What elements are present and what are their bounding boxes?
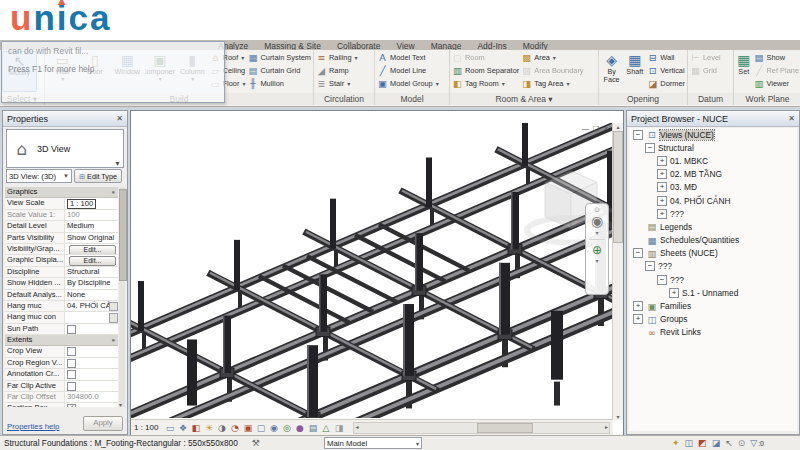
scroll-up-icon[interactable]: ▴: [616, 123, 619, 130]
expander-icon[interactable]: −: [645, 261, 655, 271]
model-text-button[interactable]: AModel Text: [377, 51, 439, 64]
tree-item-sheets-nuce[interactable]: −▥Sheets (NUCE): [629, 247, 797, 260]
zoom-icon[interactable]: ⊕: [592, 243, 602, 257]
sun-path-icon[interactable]: ☀: [203, 423, 214, 433]
scroll-left-icon[interactable]: ◂: [355, 423, 358, 432]
tree-item-legends[interactable]: ▤Legends: [629, 220, 797, 233]
property-value[interactable]: Medium: [65, 221, 118, 231]
tree-item-revit-links[interactable]: ∞Revit Links: [629, 326, 797, 339]
worksets-icon[interactable]: ✦: [672, 438, 680, 448]
property-value[interactable]: Show Original: [65, 233, 118, 243]
panel-caption-circulation[interactable]: Circulation: [314, 93, 374, 105]
property-value[interactable]: [65, 381, 118, 391]
property-value[interactable]: 304800.0: [65, 392, 118, 402]
set-button[interactable]: ▦Set: [736, 51, 752, 92]
mullion-button[interactable]: ╫Mullion: [247, 77, 311, 90]
property-value[interactable]: [65, 369, 118, 379]
vertical-scrollbar[interactable]: ▴ ▾: [612, 123, 623, 420]
design-option-dropdown[interactable]: Main Model ▾: [324, 437, 422, 449]
browse-button[interactable]: [109, 302, 118, 311]
vertical-button[interactable]: ⊡Vertical: [647, 64, 685, 77]
temporary-properties-icon[interactable]: ▤: [307, 423, 318, 433]
area-button[interactable]: ▩Area▾: [521, 51, 583, 64]
room-button[interactable]: ▢Room: [452, 51, 519, 64]
ref-plane-button[interactable]: ╱Ref Plane: [754, 64, 799, 77]
expander-icon[interactable]: +: [669, 288, 679, 298]
edit-button[interactable]: Edit...: [69, 256, 116, 265]
property-value[interactable]: Structural: [65, 267, 118, 277]
select-arrow-icon[interactable]: ↖: [725, 438, 733, 448]
tab-modify[interactable]: Modify: [523, 41, 548, 50]
tree-item-03-m[interactable]: +03. MĐ: [629, 181, 797, 194]
expander-icon[interactable]: −: [657, 275, 667, 285]
property-value[interactable]: [65, 312, 118, 322]
scrollbar-thumb[interactable]: [613, 131, 623, 243]
level-button[interactable]: ⊢Level: [690, 51, 721, 64]
tree-item-04-ph-i-c-nh[interactable]: +04. PHỐI CẢNH: [629, 194, 797, 207]
tree-item-s-1-unnamed[interactable]: +S.1 - Unnamed: [629, 286, 797, 299]
tree-item-[interactable]: −???: [629, 260, 797, 273]
panel-caption-work-plane[interactable]: Work Plane: [734, 93, 800, 105]
room-separator-button[interactable]: ▥Room Separator: [452, 64, 519, 77]
pin-icon[interactable]: ●: [111, 187, 115, 197]
properties-help-link[interactable]: Properties help: [7, 422, 59, 431]
displacement-icon[interactable]: ◨: [333, 423, 344, 433]
model-line-button[interactable]: ╱Model Line: [377, 64, 439, 77]
tree-item-views-nuce[interactable]: −⊡Views (NUCE): [629, 128, 797, 141]
panel-caption-datum[interactable]: Datum: [688, 93, 733, 105]
expander-icon[interactable]: +: [657, 156, 667, 166]
expander-icon[interactable]: +: [657, 196, 667, 206]
panel-caption-model[interactable]: Model: [375, 93, 449, 105]
tree-item-structural[interactable]: −Structural: [629, 141, 797, 154]
property-value[interactable]: ✓: [65, 403, 118, 407]
scroll-down-icon[interactable]: ▾: [616, 413, 619, 420]
panel-caption-room-area[interactable]: Room & Area ▾: [450, 93, 598, 105]
scrollbar-thumb[interactable]: [119, 189, 127, 281]
checkbox[interactable]: [67, 347, 76, 356]
checkbox[interactable]: [67, 382, 76, 391]
wall-button[interactable]: ⊟Wall: [647, 51, 685, 64]
property-value[interactable]: [65, 346, 118, 356]
property-value[interactable]: Edit...: [65, 244, 118, 254]
tree-item-[interactable]: +???: [629, 207, 797, 220]
chevron-down-icon[interactable]: ▾: [595, 257, 598, 264]
checkbox[interactable]: [67, 325, 76, 334]
expander-icon[interactable]: +: [633, 301, 643, 311]
value-input[interactable]: 1 : 100: [67, 199, 96, 209]
tab-view[interactable]: View: [396, 41, 414, 50]
property-value[interactable]: [65, 324, 118, 334]
by-face-button[interactable]: ◈By Face: [601, 51, 622, 92]
area-boundary-button[interactable]: ▨Area Boundary: [521, 64, 583, 77]
grid-button[interactable]: ▦Grid: [690, 64, 721, 77]
property-value[interactable]: 04. PHỐI CẢNH: [65, 301, 118, 311]
checkbox[interactable]: ✓: [67, 404, 76, 407]
expander-icon[interactable]: +: [657, 209, 667, 219]
property-value[interactable]: 1 : 100: [65, 198, 118, 208]
reveal-hidden-icon[interactable]: ●: [294, 423, 305, 433]
exclude-options-icon[interactable]: ◪: [712, 438, 721, 448]
detail-level-icon[interactable]: ❖: [177, 423, 188, 433]
show-button[interactable]: ▤Show: [754, 51, 799, 64]
expander-icon[interactable]: −: [633, 130, 643, 140]
expander-icon[interactable]: +: [633, 314, 643, 324]
drawing-canvas[interactable]: [131, 123, 613, 418]
type-selector[interactable]: ⌂ 3D View ▼: [6, 129, 124, 168]
horizontal-scrollbar[interactable]: ◂ ▸: [353, 422, 610, 434]
tab-collaborate[interactable]: Collaborate: [337, 41, 380, 50]
property-value[interactable]: None: [65, 290, 118, 300]
dormer-button[interactable]: ◪Dormer: [647, 77, 685, 90]
visual-style-icon[interactable]: ◧: [190, 423, 201, 433]
steering-wheel-icon[interactable]: ◉: [591, 214, 603, 229]
expander-icon[interactable]: +: [657, 169, 667, 179]
shadows-icon[interactable]: ◑: [216, 423, 227, 433]
active-only-icon[interactable]: ◩: [698, 438, 707, 448]
scrollbar-thumb[interactable]: [477, 423, 533, 433]
tag-area-button[interactable]: ◨Tag Area▾: [521, 77, 583, 90]
filter-icon[interactable]: ▽: [750, 438, 757, 448]
expander-icon[interactable]: −: [645, 143, 655, 153]
tree-item-groups[interactable]: +◫Groups: [629, 313, 797, 326]
property-value[interactable]: Edit...: [65, 255, 118, 265]
analytical-model-icon[interactable]: △: [320, 423, 331, 433]
ramp-button[interactable]: ◢Ramp: [316, 64, 358, 77]
tree-item-[interactable]: −???: [629, 273, 797, 286]
